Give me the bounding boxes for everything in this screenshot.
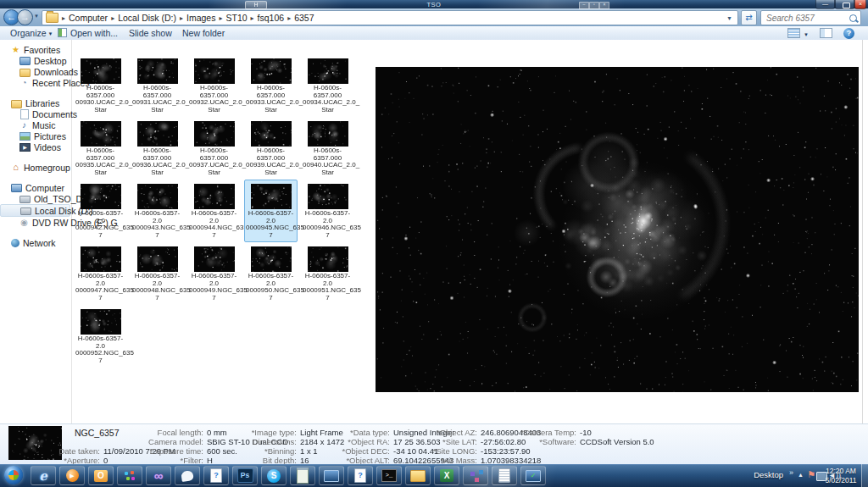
sidebar-item-music[interactable]: ♪Music — [0, 119, 71, 130]
breadcrumb-item[interactable]: 6357 — [292, 13, 316, 23]
breadcrumb-item[interactable]: fsq106 — [255, 13, 287, 23]
detail-label: Focal length: — [125, 428, 203, 437]
taskbar-clock[interactable]: 12:20 AM 5/02/2011 — [812, 467, 868, 484]
show-hidden-icons-arrow[interactable]: ▲ — [798, 472, 804, 478]
taskbar-modeling-app-button[interactable] — [117, 466, 142, 485]
maximize-icon — [843, 3, 850, 8]
search-input[interactable] — [765, 13, 849, 24]
sidebar-item-desktop[interactable]: Desktop — [0, 55, 71, 66]
sidebar-item-downloads[interactable]: Downloads — [0, 66, 71, 77]
sidebar-item-pictures[interactable]: Pictures — [0, 130, 71, 141]
help-document-icon: ? — [354, 468, 366, 483]
taskbar-outlook-button[interactable]: O — [88, 466, 114, 485]
file-item[interactable]: H-0600s-6357-2.0 0000948.NGC_635 7 — [131, 242, 184, 305]
taskbar-pelican-app-button[interactable] — [175, 466, 200, 485]
file-item[interactable]: H-0600s-6357-2.0 0000942.NGC_635 7 — [74, 180, 127, 242]
downloads-icon — [19, 69, 31, 77]
file-thumbnail — [308, 58, 348, 84]
file-item[interactable]: H-0600s-6357.000 00932.UCAC_2.0_ Star — [187, 54, 241, 117]
taskbar-remote-desktop-button[interactable] — [319, 466, 344, 485]
file-item[interactable]: H-0600s-6357-2.0 0000943.NGC_635 7 — [131, 180, 184, 242]
file-item[interactable]: H-0600s-6357.000 00936.UCAC_2.0_ Star — [131, 117, 184, 180]
breadcrumb-item[interactable]: Local Disk (D:) — [115, 13, 179, 23]
taskbar-device-check-button[interactable]: ✓ — [520, 466, 546, 485]
taskbar-excel-button[interactable]: X — [434, 466, 459, 485]
start-button[interactable] — [4, 466, 23, 484]
detail-label: Camera model: — [125, 437, 203, 446]
breadcrumb-item[interactable]: Computer — [66, 13, 110, 23]
refresh-button[interactable]: ⇄ — [741, 10, 757, 25]
sidebar-item-favorites[interactable]: ★Favorites — [0, 44, 71, 55]
bg-restore-icon[interactable]: ▫ — [589, 2, 599, 9]
file-item[interactable]: H-0600s-6357-2.0 0000944.NGC_635 7 — [187, 180, 241, 242]
taskbar-help-file2-button[interactable]: ? — [348, 466, 373, 485]
search-icon — [849, 14, 857, 22]
breadcrumb-item[interactable]: Images — [184, 13, 218, 23]
sidebar-item-libraries[interactable]: Libraries — [0, 97, 71, 108]
detail-label: *Object RA: — [327, 437, 390, 446]
taskbar-clipboard-button[interactable] — [290, 466, 315, 485]
chevron-right-icon[interactable]: » — [789, 468, 793, 477]
bg-minimize-icon[interactable]: – — [579, 2, 589, 9]
background-h-button[interactable]: H — [245, 1, 267, 9]
bg-close-icon[interactable]: × — [599, 2, 609, 9]
file-item[interactable]: H-0600s-6357.000 00933.UCAC_2.0_ Star — [244, 54, 298, 117]
desktop-toolbar-label[interactable]: Desktop — [754, 470, 783, 479]
file-item[interactable]: H-0600s-6357-2.0 0000946.NGC_635 7 — [301, 180, 354, 242]
file-item[interactable]: H-0600s-6357-2.0 0000950.NGC_635 7 — [244, 242, 298, 305]
sidebar-item-recent-places[interactable]: ◔Recent Places — [0, 77, 71, 88]
file-item[interactable]: H-0600s-6357.000 00931.UCAC_2.0_ Star — [131, 54, 184, 117]
sidebar-item-documents[interactable]: Documents — [0, 108, 71, 119]
breadcrumb-item[interactable]: ST10 — [223, 13, 249, 23]
file-item[interactable]: H-0600s-6357.000 00930.UCAC_2.0_ Star — [74, 54, 127, 117]
file-item[interactable]: H-0600s-6357.000 00939.UCAC_2.0_ Star — [244, 117, 298, 180]
forward-button[interactable]: → — [17, 9, 33, 25]
file-item[interactable]: H-0600s-6357-2.0 0000949.NGC_635 7 — [187, 242, 241, 305]
sidebar-item-network[interactable]: Network — [0, 237, 71, 248]
taskbar-notes-button[interactable]: . — [492, 466, 517, 485]
taskbar-media-player-button[interactable]: ▶ — [59, 466, 85, 485]
taskbar-help-file-button[interactable]: ? — [203, 466, 229, 485]
file-item[interactable]: H-0600s-6357.000 00937.UCAC_2.0_ Star — [187, 117, 241, 180]
minimize-button[interactable]: — — [815, 0, 835, 9]
sidebar-item-computer[interactable]: Computer — [0, 182, 71, 193]
file-item[interactable]: H-0600s-6357.000 00940.UCAC_2.0_ Star — [301, 117, 354, 180]
slide-show-button[interactable]: Slide show — [129, 28, 172, 39]
taskbar-terminal-button[interactable]: >_ — [376, 466, 402, 485]
detail-label: *Object DEC: — [327, 446, 390, 456]
sidebar-item-dvd-drive[interactable]: ◉DVD RW Drive (E:) G — [0, 217, 71, 228]
open-with-button[interactable]: Open with... — [58, 28, 118, 39]
new-folder-button[interactable]: New folder — [182, 28, 225, 39]
organize-button[interactable]: Organize▼ — [10, 28, 53, 39]
show-desktop-button[interactable] — [861, 464, 868, 487]
file-thumbnail — [137, 246, 178, 272]
taskbar-infinity-app-button[interactable]: ∞ — [146, 466, 171, 485]
taskbar-diagram-app-button[interactable] — [463, 466, 488, 485]
file-item[interactable]: H-0600s-6357-2.0 0000951.NGC_635 7 — [301, 242, 354, 305]
taskbar-folder-app-button[interactable] — [405, 466, 431, 485]
file-item[interactable]: H-0600s-6357.000 00935.UCAC_2.0_ Star — [74, 117, 127, 180]
sidebar-item-videos[interactable]: ▶Videos — [0, 141, 71, 152]
taskbar-skype-button[interactable]: S — [261, 466, 287, 485]
sidebar-item-drive-d[interactable]: Local Disk (D:) — [0, 204, 70, 217]
file-item[interactable]: H-0600s-6357-2.0 0000952.NGC_635 7 — [74, 305, 127, 368]
file-item[interactable]: H-0600s-6357-2.0 0000945.NGC_635 7 — [244, 180, 298, 242]
taskbar-photoshop-button[interactable]: Ps — [232, 466, 258, 485]
help-button[interactable]: ? — [843, 28, 854, 39]
file-name: H-0600s-6357.000 00931.UCAC_2.0_ Star — [132, 85, 182, 113]
file-item[interactable]: H-0600s-6357.000 00934.UCAC_2.0_ Star — [301, 54, 354, 117]
close-button[interactable]: × — [854, 0, 866, 9]
nav-history-dropdown-icon[interactable]: ▼ — [34, 14, 39, 19]
maximize-button[interactable] — [835, 0, 854, 9]
file-item[interactable]: H-0600s-6357-2.0 0000947.NGC_635 7 — [74, 242, 127, 305]
taskbar-ie-button[interactable]: e — [31, 466, 56, 485]
views-button[interactable]: ▼ — [787, 28, 809, 39]
address-dropdown-icon[interactable]: ▼ — [725, 15, 734, 21]
sidebar-item-homegroup[interactable]: ⌂Homegroup — [0, 162, 71, 173]
address-bar[interactable]: ▸ Computer ▸ Local Disk (D:) ▸ Images ▸ … — [42, 10, 738, 25]
preview-pane-button[interactable] — [820, 28, 832, 39]
file-thumbnail — [251, 246, 292, 272]
sidebar-item-drive-c[interactable]: Old_TSO_Drive_C (C — [0, 193, 71, 204]
color-dots-icon — [123, 470, 136, 482]
outlook-icon: O — [94, 470, 108, 482]
